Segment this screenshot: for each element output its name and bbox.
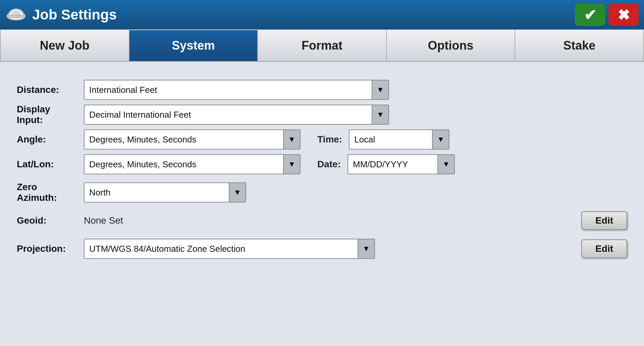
latlon-date-control: Degrees, Minutes, Seconds ▼ Date: MM/DD/… — [84, 154, 627, 174]
tab-stake[interactable]: Stake — [515, 30, 644, 61]
latlon-label: Lat/Lon: — [17, 159, 84, 170]
angle-label: Angle: — [17, 134, 84, 145]
zero-azimuth-value: North — [84, 182, 229, 203]
svg-rect-1 — [7, 15, 25, 17]
time-dropdown-arrow[interactable]: ▼ — [433, 129, 449, 150]
projection-select[interactable]: UTM/WGS 84/Automatic Zone Selection ▼ — [84, 239, 375, 259]
geoid-control: None Set Edit — [84, 211, 627, 230]
date-select[interactable]: MM/DD/YYYY ▼ — [347, 154, 455, 174]
angle-time-control: Degrees, Minutes, Seconds ▼ Time: Local … — [84, 129, 627, 150]
geoid-label: Geoid: — [17, 215, 84, 226]
geoid-edit-button[interactable]: Edit — [581, 211, 627, 230]
header: Job Settings ✔ ✖ — [0, 0, 644, 30]
arrow-icon: ▼ — [377, 85, 384, 94]
tab-bar: New Job System Format Options Stake — [0, 30, 644, 62]
geoid-value: None Set — [84, 215, 123, 226]
angle-time-row: Angle: Degrees, Minutes, Seconds ▼ Time:… — [17, 128, 627, 151]
angle-dropdown-arrow[interactable]: ▼ — [284, 129, 301, 150]
arrow-icon: ▼ — [288, 160, 296, 169]
zero-azimuth-select[interactable]: North ▼ — [84, 182, 246, 203]
projection-label: Projection: — [17, 243, 84, 254]
distance-dropdown-arrow[interactable]: ▼ — [372, 80, 389, 100]
tab-new-job[interactable]: New Job — [0, 30, 129, 61]
tab-system[interactable]: System — [129, 30, 258, 61]
angle-select[interactable]: Degrees, Minutes, Seconds ▼ — [84, 129, 301, 150]
header-buttons: ✔ ✖ — [575, 4, 639, 26]
app-title: Job Settings — [32, 7, 117, 23]
latlon-value: Degrees, Minutes, Seconds — [84, 154, 284, 174]
time-value: Local — [349, 129, 433, 150]
zero-azimuth-label: Zero Azimuth: — [17, 182, 84, 203]
angle-value: Degrees, Minutes, Seconds — [84, 129, 284, 150]
distance-label: Distance: — [17, 84, 84, 95]
display-input-value: Decimal International Feet — [84, 105, 372, 125]
display-input-control: Decimal International Feet ▼ — [84, 105, 627, 125]
display-input-dropdown-arrow[interactable]: ▼ — [372, 105, 389, 125]
distance-row: Distance: International Feet ▼ — [17, 78, 627, 101]
helmet-icon — [5, 4, 27, 25]
form-content: Distance: International Feet ▼ Display I… — [17, 72, 627, 267]
latlon-select[interactable]: Degrees, Minutes, Seconds ▼ — [84, 154, 301, 174]
arrow-icon: ▼ — [442, 160, 450, 169]
arrow-icon: ▼ — [363, 244, 370, 253]
time-select[interactable]: Local ▼ — [349, 129, 449, 150]
projection-value: UTM/WGS 84/Automatic Zone Selection — [84, 239, 358, 259]
latlon-date-row: Lat/Lon: Degrees, Minutes, Seconds ▼ Dat… — [17, 153, 627, 176]
time-label: Time: — [317, 134, 342, 145]
display-input-row: Display Input: Decimal International Fee… — [17, 103, 627, 126]
latlon-dropdown-arrow[interactable]: ▼ — [284, 154, 301, 174]
date-dropdown-arrow[interactable]: ▼ — [438, 154, 455, 174]
tab-options[interactable]: Options — [387, 30, 516, 61]
distance-select[interactable]: International Feet ▼ — [84, 80, 389, 100]
projection-edit-button[interactable]: Edit — [581, 239, 627, 258]
distance-value: International Feet — [84, 80, 372, 100]
distance-control: International Feet ▼ — [84, 80, 627, 100]
cancel-button[interactable]: ✖ — [608, 4, 639, 26]
date-label: Date: — [317, 159, 341, 170]
tab-format[interactable]: Format — [258, 30, 387, 61]
projection-row: Projection: UTM/WGS 84/Automatic Zone Se… — [17, 237, 627, 260]
check-icon: ✔ — [584, 6, 596, 23]
header-left: Job Settings — [5, 4, 117, 25]
display-input-label: Display Input: — [17, 104, 84, 125]
arrow-icon: ▼ — [437, 135, 444, 144]
zero-azimuth-control: North ▼ — [84, 182, 627, 203]
zero-azimuth-row: Zero Azimuth: North ▼ — [17, 181, 627, 204]
projection-control: UTM/WGS 84/Automatic Zone Selection ▼ Ed… — [84, 239, 627, 259]
display-input-select[interactable]: Decimal International Feet ▼ — [84, 105, 389, 125]
projection-dropdown-arrow[interactable]: ▼ — [358, 239, 375, 259]
zero-azimuth-dropdown-arrow[interactable]: ▼ — [229, 182, 246, 203]
arrow-icon: ▼ — [288, 135, 296, 144]
ok-button[interactable]: ✔ — [575, 4, 605, 26]
arrow-icon: ▼ — [377, 110, 384, 119]
arrow-icon: ▼ — [234, 188, 241, 197]
geoid-row: Geoid: None Set Edit — [17, 209, 627, 232]
x-icon: ✖ — [618, 6, 630, 23]
date-value: MM/DD/YYYY — [347, 154, 438, 174]
